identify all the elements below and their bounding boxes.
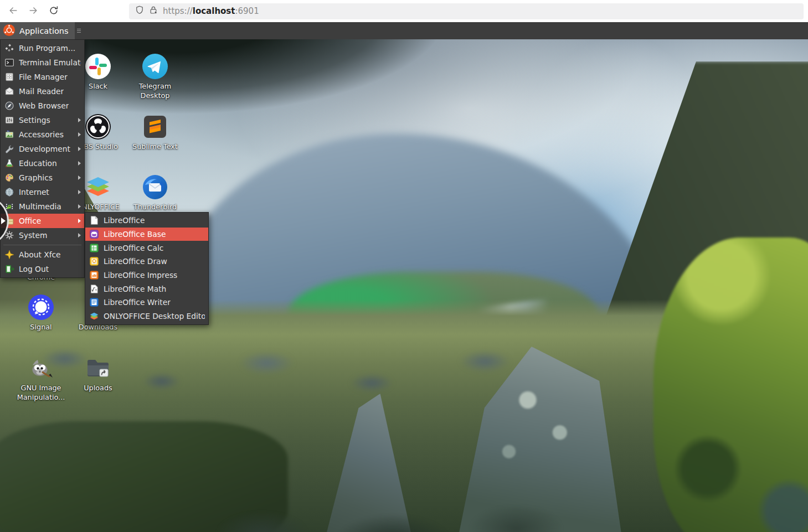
libreoffice-icon [89,215,99,225]
menu-item-label: File Manager [19,73,68,81]
browser-toolbar: https://localhost:6901 [0,0,808,22]
menu-item-label: LibreOffice Base [104,230,166,239]
onlyoffice-desktop-icon [85,174,111,200]
libreoffice-math-icon [89,284,99,294]
menu-item-label: Web Browser [19,101,69,110]
menu-item-run-program[interactable]: Run Program... [1,41,84,55]
file-manager-icon [4,72,14,82]
libreoffice-writer-icon [89,297,99,307]
submenu-arrow-icon [78,233,81,237]
onlyoffice-icon [89,311,99,321]
submenu-item-libreoffice-draw[interactable]: LibreOffice Draw [85,255,208,268]
expand-right-arrow-icon [1,218,6,224]
menu-item-label: About Xfce [19,250,61,259]
menu-item-label: LibreOffice Math [104,285,166,293]
applications-menu: Run Program...Terminal EmulatorFile Mana… [0,39,85,278]
about-xfce-icon [4,250,14,260]
menu-item-settings[interactable]: Settings [1,113,84,127]
menu-item-system[interactable]: System [1,228,84,242]
submenu-item-libreoffice[interactable]: LibreOffice [85,214,208,228]
settings-icon [4,115,14,125]
menu-item-label: ONLYOFFICE Desktop Editors [104,312,205,321]
uploads-folder-icon [85,355,111,381]
libreoffice-base-icon [89,229,99,239]
menu-item-label: Log Out [19,265,49,273]
reload-button[interactable] [45,2,63,20]
menu-item-development[interactable]: Development [1,142,84,156]
applications-menu-label: Applications [19,27,69,35]
submenu-arrow-icon [78,161,81,166]
desktop-icon-label: Thunderbird [133,203,177,212]
menu-item-label: LibreOffice Impress [104,271,177,280]
menu-item-label: Office [19,216,41,225]
back-button[interactable] [4,2,22,20]
libreoffice-calc-icon [89,243,99,253]
menu-item-label: Multimedia [19,202,61,211]
submenu-item-libreoffice-base[interactable]: LibreOffice Base [85,228,208,241]
signal-icon [28,294,54,321]
menu-item-internet[interactable]: Internet [1,185,84,199]
forward-button[interactable] [24,2,42,20]
libreoffice-impress-icon [89,270,99,280]
web-browser-icon [4,101,14,111]
submenu-arrow-icon [78,147,81,151]
menu-item-label: Education [19,159,57,168]
reload-icon [48,5,59,18]
menu-item-mail-reader[interactable]: Mail Reader [1,84,84,99]
menu-item-label: LibreOffice [104,216,145,225]
mail-icon [4,86,14,96]
menu-item-label: Settings [19,116,50,125]
run-program-icon [4,43,14,53]
menu-item-file-manager[interactable]: File Manager [1,70,84,84]
submenu-item-onlyoffice-desktop-editors[interactable]: ONLYOFFICE Desktop Editors [85,309,208,323]
menu-item-graphics[interactable]: Graphics [1,171,84,185]
internet-icon [4,187,14,197]
menu-item-label: Terminal Emulator [19,58,81,67]
desktop-icon-telegram-desktop[interactable]: TelegramDesktop [128,53,182,100]
url-bar[interactable]: https://localhost:6901 [129,3,804,19]
menu-item-accessories[interactable]: Accessories [1,127,84,142]
desktop-icon-thunderbird[interactable]: Thunderbird [128,174,182,212]
tracking-protection-shield-icon[interactable] [135,5,145,17]
menu-item-office[interactable]: Office [1,214,84,228]
screen: https://localhost:6901 Applications Slac… [0,0,808,532]
panel-separator-handle[interactable] [75,22,84,39]
menu-item-label: Graphics [19,173,53,182]
desktop[interactable]: SlackTelegramDesktopOBS StudioSublime Te… [0,39,808,532]
applications-menu-button[interactable]: Applications [0,22,75,39]
menu-item-log-out[interactable]: Log Out [1,262,84,276]
desktop-icon-gnu-image-manipulatio[interactable]: GNU ImageManipulatio... [14,355,68,402]
sublime-text-icon [142,113,168,140]
slack-icon [85,53,111,80]
menu-item-label: Mail Reader [19,87,64,96]
log-out-icon [4,264,14,274]
desktop-icon-uploads[interactable]: Uploads [71,355,125,393]
submenu-arrow-icon [78,190,81,194]
url-text: https://localhost:6901 [163,6,259,16]
menu-item-multimedia[interactable]: Multimedia [1,199,84,214]
desktop-icon-signal[interactable]: Signal [14,294,68,332]
submenu-item-libreoffice-impress[interactable]: LibreOffice Impress [85,268,208,282]
libreoffice-draw-icon [89,256,99,266]
desktop-icon-label: Uploads [84,384,112,393]
menu-item-terminal-emulator[interactable]: Terminal Emulator [1,55,84,70]
menu-item-education[interactable]: Education [1,156,84,171]
submenu-arrow-icon [78,204,81,209]
submenu-arrow-icon [78,132,81,137]
menu-item-label: LibreOffice Writer [104,298,171,307]
menu-item-label: Development [19,144,70,153]
menu-item-about-xfce[interactable]: About Xfce [1,247,84,262]
menu-item-label: LibreOffice Calc [104,244,163,252]
submenu-arrow-icon [78,175,81,180]
submenu-item-libreoffice-calc[interactable]: LibreOffice Calc [85,241,208,255]
desktop-icon-label: TelegramDesktop [139,82,172,100]
desktop-icon-sublime-text[interactable]: Sublime Text [128,113,182,152]
menu-item-web-browser[interactable]: Web Browser [1,99,84,113]
ubuntu-logo-icon [3,24,16,38]
submenu-item-libreoffice-writer[interactable]: LibreOffice Writer [85,296,208,309]
forward-arrow-icon [28,5,39,18]
insecure-lock-warning-icon[interactable] [148,5,158,17]
menu-item-label: LibreOffice Draw [104,257,167,266]
submenu-item-libreoffice-math[interactable]: LibreOffice Math [85,282,208,296]
obs-studio-icon [85,113,111,140]
